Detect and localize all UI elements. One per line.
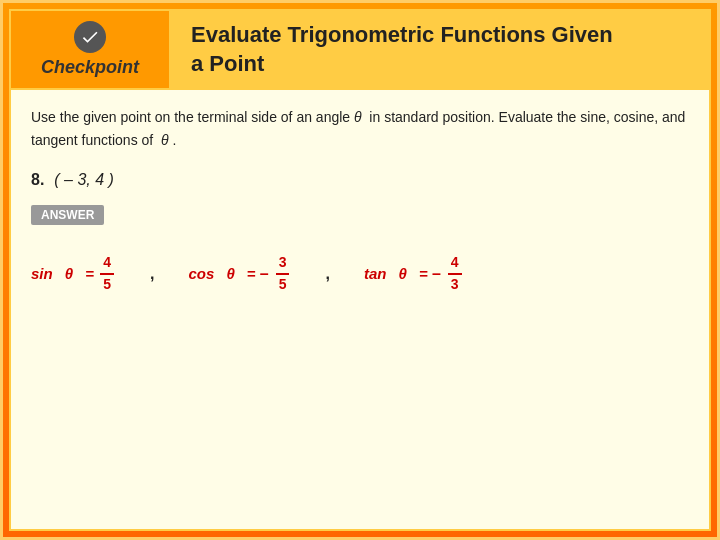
comma-2: , [325,265,329,283]
checkpoint-box: Checkpoint [11,11,171,88]
cos-expression: cos θ = – 3 5 [188,253,291,294]
checkmark-icon [74,21,106,53]
checkpoint-label: Checkpoint [41,57,139,78]
equals-sin: = [85,265,94,282]
sin-numerator: 4 [100,253,114,275]
sin-label: sin [31,265,53,282]
theta-cos: θ [226,265,234,282]
tan-numerator: 4 [448,253,462,275]
page-title: Evaluate Trigonometric Functions Given a… [191,21,613,78]
outer-container: Checkpoint Evaluate Trigonometric Functi… [0,0,720,540]
content-area: Use the given point on the terminal side… [11,90,709,529]
equals-tan: = [419,265,428,282]
sin-fraction: 4 5 [100,253,114,294]
neg-tan: – [432,265,441,283]
instruction-text: Use the given point on the terminal side… [31,106,689,151]
comma-1: , [150,265,154,283]
cos-fraction: 3 5 [276,253,290,294]
answer-row: sin θ = 4 5 , cos θ = – 3 [31,253,689,294]
cos-denominator: 5 [276,275,290,295]
theta-sin: θ [65,265,73,282]
equals-cos: = [247,265,256,282]
answer-badge: ANSWER [31,205,104,225]
tan-expression: tan θ = – 4 3 [364,253,464,294]
theta-tan: θ [399,265,407,282]
inner-container: Checkpoint Evaluate Trigonometric Functi… [9,9,711,531]
cos-numerator: 3 [276,253,290,275]
tan-fraction: 4 3 [448,253,462,294]
sin-denominator: 5 [100,275,114,295]
header-row: Checkpoint Evaluate Trigonometric Functi… [11,11,709,90]
problem-point: ( – 3, 4 ) [54,171,114,189]
problem-row: 8. ( – 3, 4 ) [31,171,689,189]
neg-cos: – [260,265,269,283]
cos-label: cos [188,265,214,282]
tan-denominator: 3 [448,275,462,295]
title-box: Evaluate Trigonometric Functions Given a… [171,11,709,88]
problem-number: 8. [31,171,44,189]
sin-expression: sin θ = 4 5 [31,253,116,294]
tan-label: tan [364,265,387,282]
